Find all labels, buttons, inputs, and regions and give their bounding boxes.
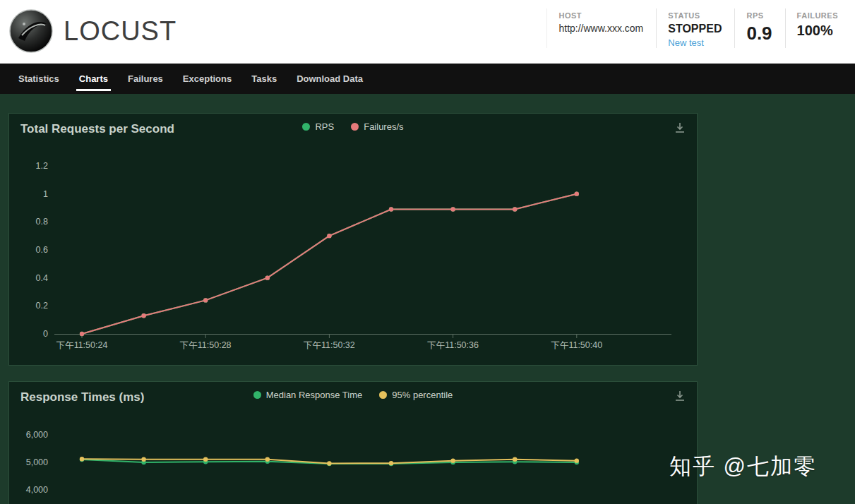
tab-failures[interactable]: Failures: [118, 64, 173, 94]
download-icon[interactable]: [673, 121, 687, 135]
locust-logo[interactable]: LOCUST: [8, 8, 177, 54]
svg-text:下午11:50:36: 下午11:50:36: [427, 340, 479, 350]
legend-label: Median Response Time: [266, 390, 363, 400]
new-test-link[interactable]: New test: [668, 37, 722, 48]
legend-item-percentile[interactable]: 95% percentile: [379, 390, 453, 400]
svg-text:6,000: 6,000: [26, 430, 48, 440]
legend-label: 95% percentile: [392, 390, 453, 400]
tab-tasks[interactable]: Tasks: [241, 64, 287, 94]
legend-label: RPS: [315, 121, 334, 132]
svg-text:5,000: 5,000: [26, 457, 48, 467]
rps-value: 0.9: [746, 23, 772, 44]
status-box: STATUS STOPPED New test: [656, 8, 734, 48]
header: LOCUST HOST http://www.xxx.com STATUS ST…: [0, 0, 855, 64]
rps-chart-panel: Total Requests per Second RPS Failures/s…: [8, 113, 698, 366]
svg-text:下午11:50:24: 下午11:50:24: [56, 340, 108, 350]
svg-text:下午11:50:40: 下午11:50:40: [551, 340, 602, 350]
legend-dot-icon: [379, 391, 387, 399]
svg-text:1.2: 1.2: [36, 161, 48, 171]
header-stats: HOST http://www.xxx.com STATUS STOPPED N…: [546, 8, 851, 48]
legend-label: Failures/s: [364, 121, 403, 132]
legend-item-rps[interactable]: RPS: [302, 121, 334, 132]
failures-label: FAILURES: [797, 11, 838, 20]
svg-text:0.4: 0.4: [36, 273, 48, 283]
chart-svg: 下午11:50:24下午11:50:28下午11:50:32下午11:50:36…: [9, 114, 698, 366]
svg-text:下午11:50:32: 下午11:50:32: [304, 340, 355, 350]
rps-chart: 下午11:50:24下午11:50:28下午11:50:32下午11:50:36…: [9, 114, 698, 366]
rps-box: RPS 0.9: [734, 8, 784, 48]
download-icon[interactable]: [673, 389, 687, 403]
svg-text:0: 0: [43, 329, 48, 339]
locust-logo-icon: [8, 8, 54, 54]
status-value: STOPPED: [668, 23, 722, 35]
status-label: STATUS: [668, 11, 722, 20]
host-box: HOST http://www.xxx.com: [546, 8, 656, 48]
rps-label: RPS: [746, 11, 772, 20]
charts-page: Total Requests per Second RPS Failures/s…: [0, 94, 855, 504]
tab-exceptions[interactable]: Exceptions: [173, 64, 241, 94]
logo-text: LOCUST: [64, 16, 177, 47]
legend-dot-icon: [253, 391, 261, 399]
response-times-chart-panel: Response Times (ms) Median Response Time…: [8, 381, 698, 504]
response-times-chart-legend: Median Response Time 95% percentile: [9, 390, 697, 400]
tab-statistics[interactable]: Statistics: [8, 64, 69, 94]
svg-text:1: 1: [43, 189, 48, 199]
legend-item-median[interactable]: Median Response Time: [253, 390, 363, 400]
legend-dot-icon: [351, 123, 359, 131]
svg-text:4,000: 4,000: [26, 485, 48, 495]
nav-bar: Statistics Charts Failures Exceptions Ta…: [0, 64, 855, 94]
tab-download-data[interactable]: Download Data: [287, 64, 373, 94]
watermark: 知乎 @七加零: [669, 452, 817, 481]
legend-dot-icon: [302, 123, 310, 131]
failures-box: FAILURES 100%: [785, 8, 851, 48]
failures-value: 100%: [797, 23, 838, 39]
svg-text:0.8: 0.8: [36, 217, 48, 227]
host-label: HOST: [558, 11, 643, 20]
svg-text:下午11:50:28: 下午11:50:28: [180, 340, 232, 350]
legend-item-failures[interactable]: Failures/s: [351, 121, 403, 132]
svg-text:0.6: 0.6: [36, 245, 48, 255]
svg-text:0.2: 0.2: [36, 301, 48, 311]
tab-charts[interactable]: Charts: [69, 64, 118, 94]
rps-chart-legend: RPS Failures/s: [9, 121, 697, 132]
host-value: http://www.xxx.com: [558, 23, 643, 34]
